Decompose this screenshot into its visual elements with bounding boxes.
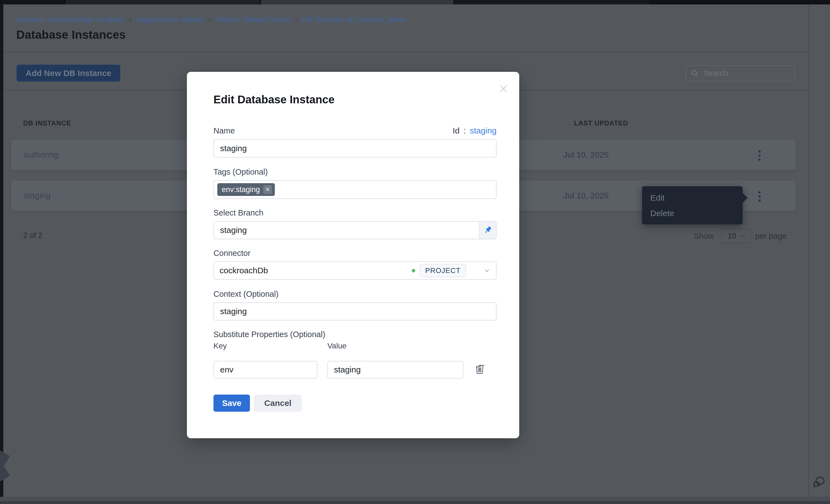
- breadcrumb-item-organization[interactable]: Organization: default: [136, 15, 204, 24]
- context-label: Context (Optional): [214, 290, 279, 299]
- chevron-right-icon: ›: [129, 15, 132, 24]
- delete-property-button[interactable]: [473, 362, 486, 375]
- close-icon: [498, 83, 509, 94]
- chevron-right-icon: ›: [296, 15, 298, 24]
- edit-db-instance-modal: Edit Database Instance Name Id : staging…: [187, 72, 519, 438]
- breadcrumb: Account: kurosakiichigo.songoku › Organi…: [16, 15, 406, 24]
- left-window-edge: [0, 4, 3, 504]
- instance-id: Id : staging: [453, 126, 497, 135]
- key-label: Key: [214, 341, 227, 350]
- branch-field: [214, 221, 497, 239]
- scroll-gutter-divider: [808, 4, 809, 504]
- trash-icon: [473, 362, 486, 375]
- browser-tab-strip: [0, 0, 830, 4]
- browser-tab: [650, 0, 830, 4]
- add-db-instance-button[interactable]: Add New DB Instance: [17, 65, 120, 81]
- value-input[interactable]: [327, 361, 464, 378]
- connector-select[interactable]: cockroachDb PROJECT: [214, 261, 497, 280]
- id-value-link[interactable]: staging: [470, 126, 497, 135]
- page-size-select[interactable]: 10: [720, 229, 752, 243]
- tags-field[interactable]: env:staging ✕: [214, 180, 497, 199]
- tags-label: Tags (Optional): [214, 167, 268, 176]
- context-input[interactable]: [214, 302, 497, 321]
- browser-tab: [66, 0, 260, 4]
- branch-input[interactable]: [214, 226, 479, 235]
- breadcrumb-item-account[interactable]: Account: kurosakiichigo.songoku: [16, 15, 125, 24]
- search-box: [686, 65, 795, 81]
- chevron-right-icon: ›: [209, 15, 211, 24]
- key-input[interactable]: [214, 361, 317, 378]
- tag-remove-button[interactable]: ✕: [263, 185, 272, 194]
- bottom-window-edge: [0, 497, 830, 501]
- name-input[interactable]: [214, 139, 497, 158]
- per-page-label: per page: [755, 232, 787, 241]
- connector-label: Connector: [214, 249, 251, 258]
- kebab-menu-icon: [758, 150, 761, 161]
- substitute-properties-label: Substitute Properties (Optional): [214, 330, 325, 339]
- browser-tab-active: [261, 0, 453, 4]
- value-label: Value: [327, 341, 347, 350]
- pin-icon: [483, 226, 492, 235]
- pin-branch-button[interactable]: [479, 222, 496, 239]
- row-actions-button[interactable]: [754, 148, 765, 164]
- breadcrumb-item-project[interactable]: Project: Default Project: [215, 15, 292, 24]
- row-name: staging: [24, 181, 51, 210]
- status-dot-green: [412, 269, 415, 272]
- name-label: Name: [214, 126, 235, 135]
- row-last-updated: Jul 10, 2025: [564, 140, 609, 169]
- id-separator: :: [464, 126, 466, 135]
- chat-bubbles-icon: [812, 475, 826, 489]
- scope-badge: PROJECT: [420, 264, 466, 277]
- search-icon: [691, 69, 699, 77]
- bottom-window-edge: [0, 501, 830, 504]
- browser-tab: [454, 0, 649, 4]
- row-last-updated: Jul 10, 2025: [564, 181, 609, 210]
- page-title: Database Instances: [16, 28, 126, 41]
- table-summary: 2 of 2: [23, 231, 42, 240]
- kebab-menu-icon: [758, 191, 761, 202]
- chevron-down-icon: [483, 267, 490, 274]
- column-header-db-instance: DB INSTANCE: [23, 120, 71, 127]
- menu-item-edit[interactable]: Edit: [642, 190, 743, 206]
- tag-chip: env:staging ✕: [217, 183, 275, 196]
- panel-toggle-arrow: [0, 450, 10, 481]
- page-size-value: 10: [727, 232, 736, 240]
- connector-value: cockroachDb: [220, 266, 268, 275]
- id-label: Id: [453, 126, 459, 135]
- tag-chip-label: env:staging: [222, 186, 260, 194]
- context-menu: Edit Delete: [642, 186, 743, 224]
- show-label: Show: [694, 232, 714, 241]
- row-name: authoring: [24, 140, 58, 169]
- header-divider: [3, 52, 808, 52]
- menu-item-delete[interactable]: Delete: [642, 206, 743, 221]
- modal-title: Edit Database Instance: [214, 93, 334, 106]
- cancel-button[interactable]: Cancel: [254, 395, 302, 412]
- save-button[interactable]: Save: [214, 395, 250, 412]
- row-actions-button[interactable]: [754, 189, 765, 205]
- column-header-last-updated: LAST UPDATED: [574, 120, 628, 127]
- modal-close-button[interactable]: [498, 83, 509, 95]
- browser-tab: [1, 0, 64, 4]
- breadcrumb-item-schema[interactable]: DB Schema: db_devops_demo: [303, 15, 406, 24]
- help-chat-button[interactable]: [812, 475, 826, 490]
- branch-label: Select Branch: [214, 208, 263, 217]
- chevron-down-icon: [739, 233, 744, 239]
- search-input[interactable]: [703, 69, 787, 78]
